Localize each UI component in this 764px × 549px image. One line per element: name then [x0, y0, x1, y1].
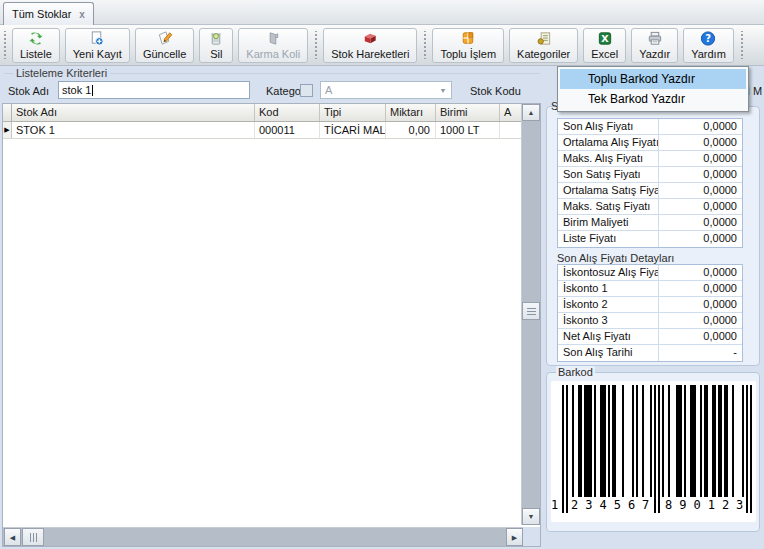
kategoriler-button[interactable]: Kategoriler — [509, 28, 578, 63]
detail-value: 0,0000 — [659, 265, 742, 280]
yeni-kayit-label: Yeni Kayıt — [73, 48, 122, 60]
price-value: 0,0000 — [659, 151, 742, 166]
vertical-scrollbar[interactable]: ▲ ▼ — [521, 104, 540, 525]
sil-button[interactable]: Sil — [199, 28, 233, 63]
price-label: Maks. Satış Fiyatı — [558, 199, 659, 214]
table-row[interactable]: ▶ STOK 1 000011 TİCARİ MAL 0,00 1000 LT — [3, 122, 521, 139]
scroll-down-icon[interactable]: ▼ — [522, 508, 540, 525]
brick-icon — [361, 30, 379, 47]
detail-label: Son Alış Tarihi — [558, 345, 659, 361]
stok-kodu-label: Stok Kodu — [470, 85, 521, 97]
menu-item-toplu-barkod-yazdir[interactable]: Toplu Barkod Yazdır — [560, 69, 746, 89]
stok-hareketleri-button[interactable]: Stok Hareketleri — [323, 28, 417, 63]
help-icon: ? — [699, 30, 717, 47]
column-header-tipi[interactable]: Tipi — [320, 104, 386, 121]
price-table: Son Alış Fiyatı0,0000 Ortalama Alış Fiya… — [557, 118, 743, 248]
price-label: Maks. Alış Fiyatı — [558, 151, 659, 166]
grid-indicator-header — [3, 104, 12, 121]
kategoriler-label: Kategoriler — [517, 48, 570, 60]
kategori-combo[interactable]: A ▼ — [320, 81, 452, 99]
toolbar-grip[interactable] — [422, 31, 427, 59]
detail-label: İskontosuz Alış Fiyatı — [558, 265, 659, 280]
toolbar-grip[interactable] — [2, 31, 7, 59]
kategori-checkbox[interactable] — [300, 84, 313, 97]
barcode-group-title: Barkod — [556, 366, 595, 378]
menu-item-tek-barkod-yazdir[interactable]: Tek Barkod Yazdır — [560, 89, 746, 109]
toplu-islem-button[interactable]: Toplu İşlem — [432, 28, 504, 63]
cell-tipi[interactable]: TİCARİ MAL — [320, 122, 386, 138]
criteria-group-title: Listeleme Kriterleri — [13, 67, 110, 79]
horizontal-scrollbar-thumb[interactable] — [22, 528, 44, 546]
app-window: Tüm Stoklar x Listele Yeni Kayıt Güncell… — [0, 0, 764, 549]
column-header-birimi[interactable]: Birimi — [436, 104, 500, 121]
listele-label: Listele — [20, 48, 52, 60]
cell-birimi[interactable]: 1000 LT — [436, 122, 500, 138]
price-value: 0,0000 — [659, 183, 742, 198]
scrollbar-corner — [523, 527, 540, 546]
listele-button[interactable]: Listele — [12, 28, 60, 63]
cell-miktari[interactable]: 0,00 — [386, 122, 436, 138]
detail-label: İskonto 3 — [558, 313, 659, 328]
excel-button[interactable]: X Excel — [583, 28, 626, 63]
cell-stok-adi[interactable]: STOK 1 — [12, 122, 255, 138]
stok-hareketleri-label: Stok Hareketleri — [331, 48, 409, 60]
scroll-left-icon[interactable]: ◀ — [4, 528, 21, 546]
column-header-miktari[interactable]: Miktarı — [386, 104, 436, 121]
yazdir-dropdown-menu: Toplu Barkod Yazdır Tek Barkod Yazdır — [557, 66, 749, 112]
scroll-up-icon[interactable]: ▲ — [522, 104, 540, 121]
price-details-table: İskontosuz Alış Fiyatı0,0000 İskonto 10,… — [557, 264, 743, 362]
vertical-scrollbar-thumb[interactable] — [522, 302, 540, 320]
chevron-down-icon[interactable]: ▼ — [435, 87, 451, 94]
scroll-right-icon[interactable]: ▶ — [506, 528, 523, 546]
detail-value: 0,0000 — [659, 297, 742, 312]
svg-text:?: ? — [706, 33, 712, 44]
new-record-icon — [88, 30, 106, 47]
yazdir-label: Yazdır — [639, 48, 670, 60]
yardim-label: Yardım — [691, 48, 726, 60]
detail-value: 0,0000 — [659, 281, 742, 296]
toolbar: Listele Yeni Kayıt Güncelle Sil Karma Ko — [0, 25, 764, 66]
stock-grid: Stok Adı Kod Tipi Miktarı Birimi A ▶ STO… — [2, 103, 541, 547]
excel-icon: X — [596, 30, 614, 47]
toolbar-grip[interactable] — [739, 31, 744, 59]
tab-close-icon[interactable]: x — [79, 9, 85, 20]
detail-label: Net Alış Fiyatı — [558, 329, 659, 344]
printer-icon — [646, 30, 664, 47]
price-value: 0,0000 — [659, 231, 742, 247]
column-header-kod[interactable]: Kod — [255, 104, 320, 121]
cell-kod[interactable]: 000011 — [255, 122, 320, 138]
detail-value: - — [659, 345, 742, 361]
yardim-button[interactable]: ? Yardım — [683, 28, 734, 63]
price-value: 0,0000 — [659, 199, 742, 214]
barcode-digits-group1: 234567 — [571, 498, 656, 512]
yazdir-button[interactable]: Yazdır — [631, 28, 678, 63]
categories-icon — [535, 30, 553, 47]
barcode-digits-group2: 890123 — [665, 498, 750, 512]
column-header-stok-adi[interactable]: Stok Adı — [12, 104, 255, 121]
price-value: 0,0000 — [659, 135, 742, 150]
trash-icon — [207, 30, 225, 47]
tab-tum-stoklar[interactable]: Tüm Stoklar x — [3, 2, 94, 25]
sil-label: Sil — [210, 48, 222, 60]
price-label: Ortalama Alış Fiyatı — [558, 135, 659, 150]
price-label: Liste Fiyatı — [558, 231, 659, 247]
tab-bar: Tüm Stoklar x — [0, 0, 764, 25]
price-value: 0,0000 — [659, 167, 742, 182]
yeni-kayit-button[interactable]: Yeni Kayıt — [65, 28, 130, 63]
svg-text:X: X — [601, 33, 609, 44]
column-header-clipped[interactable]: A — [500, 104, 521, 121]
toolbar-grip[interactable] — [313, 31, 318, 59]
stok-adi-value: stok 1 — [62, 84, 91, 96]
toplu-islem-label: Toplu İşlem — [440, 48, 496, 60]
price-label: Son Alış Fiyatı — [558, 119, 659, 134]
barcode-bars: 1 234567 890123 — [562, 385, 752, 515]
guncelle-label: Güncelle — [143, 48, 186, 60]
karma-koli-button: Karma Koli — [238, 28, 308, 63]
grid-header-row: Stok Adı Kod Tipi Miktarı Birimi A — [3, 104, 521, 122]
stok-adi-input[interactable]: stok 1 — [58, 81, 250, 99]
guncelle-button[interactable]: Güncelle — [135, 28, 194, 63]
price-value: 0,0000 — [659, 119, 742, 134]
cell-clipped[interactable] — [500, 122, 521, 138]
kategori-combo-value: A — [321, 84, 435, 96]
horizontal-scrollbar[interactable]: ◀ ▶ — [3, 527, 523, 546]
